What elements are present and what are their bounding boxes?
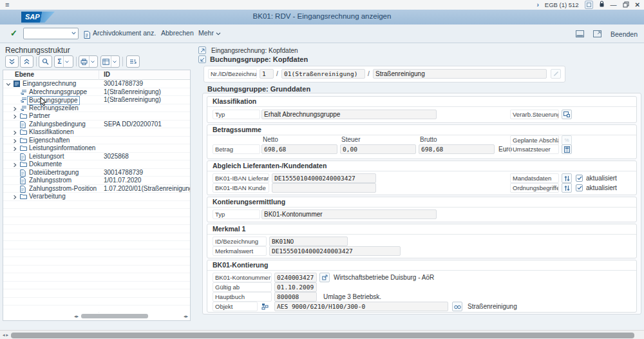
- calculator-icon[interactable]: [562, 144, 572, 154]
- column-header-ebene[interactable]: Ebene: [15, 71, 34, 78]
- netto-field[interactable]: 698,68: [261, 144, 337, 154]
- tree-row-label[interactable]: Partner: [29, 112, 50, 120]
- scrollbar-thumb[interactable]: [81, 314, 148, 318]
- hauptbuch-field[interactable]: 800008: [274, 292, 317, 302]
- confirm-check-icon[interactable]: ✓: [10, 28, 17, 38]
- aktualisiert-checkbox[interactable]: [576, 184, 583, 191]
- nr-id-bezeichnung-box: Nr./ID/Bezeichnung 1 / 01(Straßenreinigu…: [204, 66, 565, 82]
- minimize-button[interactable]: —: [611, 1, 617, 8]
- tree-row-label[interactable]: Eingangsrechnung: [23, 80, 76, 88]
- session-info: EGB (1) 512: [545, 1, 579, 8]
- tree-row-label[interactable]: Dateiübertragung: [29, 169, 79, 177]
- brutto-field[interactable]: 698,68: [419, 144, 495, 154]
- umsatzsteuer-label: Umsatzsteuer: [510, 144, 559, 154]
- expand-all-button[interactable]: [20, 55, 33, 68]
- hamburger-menu-icon[interactable]: ≡: [5, 1, 9, 8]
- beenden-button[interactable]: Beenden: [611, 30, 638, 38]
- session-chevron-icon[interactable]: ›: [536, 1, 538, 8]
- aktualisiert-text: aktualisiert: [586, 173, 617, 183]
- iban-lieferant-field[interactable]: DE15550104000240003427: [272, 173, 376, 183]
- print-menu-button[interactable]: [79, 55, 98, 68]
- breadcrumb[interactable]: Eingangsrechnung: Kopfdaten: [211, 47, 298, 54]
- transfer-icon[interactable]: [562, 183, 572, 193]
- view-switch-icon[interactable]: [126, 55, 140, 68]
- expand-tray-icon[interactable]: [198, 46, 206, 54]
- tree-row[interactable]: Abrechnungsgruppe1(Straßenreinigung): [3, 88, 190, 97]
- steuer-field[interactable]: 0,00: [340, 144, 416, 154]
- tree-row-label[interactable]: Eigenschaften: [29, 137, 70, 144]
- tree-row[interactable]: Zahlungsstrom-Position1.07.2020/01(Straß…: [3, 185, 190, 193]
- id-bezeichnung-field[interactable]: BK01NO: [269, 237, 348, 246]
- tree-horizontal-scrollbar[interactable]: ◂▸ ◂▸: [74, 313, 188, 320]
- close-button[interactable]: ✕: [635, 1, 640, 8]
- section-title: Abgleich Lieferanten-/Kundendaten: [207, 161, 636, 171]
- aktualisiert-checkbox[interactable]: [576, 175, 583, 182]
- iban-kunde-field[interactable]: [272, 183, 376, 193]
- tree-row-label[interactable]: Abrechnungsgruppe: [29, 88, 87, 96]
- tree-row-label[interactable]: Rechnungszeilen: [29, 104, 79, 112]
- discounts-icon: %: [562, 135, 572, 145]
- tree-row[interactable]: Buchungsgruppe1(Straßenreinigung): [3, 96, 190, 104]
- scroll-right-icon[interactable]: ▸: [77, 314, 79, 319]
- edit-icon[interactable]: [551, 69, 561, 79]
- transfer-icon[interactable]: [562, 173, 572, 183]
- restore-button[interactable]: [623, 1, 629, 9]
- scroll-right-icon[interactable]: ▸: [185, 314, 188, 319]
- tree-row[interactable]: Dateiübertragung30014788739: [3, 169, 190, 177]
- tree-row-label[interactable]: Dokumente: [29, 160, 62, 168]
- tree-row[interactable]: Zahlungsstrom1/01.07.2020: [3, 177, 190, 185]
- scroll-right-icon[interactable]: ▸: [6, 333, 9, 338]
- tree-row-label[interactable]: Zahlungsstrom: [29, 177, 71, 184]
- scrollbar-thumb[interactable]: [11, 333, 634, 338]
- tree-row-label[interactable]: Leistungsort: [29, 153, 64, 160]
- export-menu-button[interactable]: [100, 55, 120, 68]
- scroll-left-icon[interactable]: ◂: [3, 333, 5, 338]
- objekt-field[interactable]: AES 9000/6210/H100/300-0: [274, 302, 448, 311]
- tree-row-label[interactable]: Verarbeitung: [29, 193, 66, 200]
- detail-arrow-icon[interactable]: [319, 273, 330, 282]
- tree-row-label[interactable]: Leistungsinformationen: [29, 144, 95, 152]
- section-title: Merkmal 1: [207, 224, 636, 235]
- panel-title: Rechnungsstruktur: [5, 46, 70, 55]
- tree-row-label[interactable]: Zahlungsstrom-Position: [29, 185, 97, 193]
- collapse-tray-icon[interactable]: [198, 55, 206, 63]
- dock-panel-icon[interactable]: [576, 28, 584, 40]
- tree-row-label[interactable]: Klassifikationen: [29, 128, 73, 136]
- tree-row[interactable]: Rechnungszeilen: [3, 104, 190, 113]
- kontonummer-field[interactable]: 0240003427: [274, 273, 317, 282]
- tree-row[interactable]: ZahlungsbedingungSEPA DD/20200701: [3, 121, 190, 129]
- tree-row[interactable]: Leistungsinformationen: [3, 144, 190, 153]
- nr-field[interactable]: 1: [260, 69, 274, 79]
- abbrechen-button[interactable]: Abbrechen: [161, 29, 194, 37]
- column-header-id[interactable]: ID: [104, 71, 110, 78]
- float-panel-icon[interactable]: [593, 28, 601, 40]
- bezeichnung-field[interactable]: Straßenreinigung: [373, 69, 547, 79]
- tree-row[interactable]: Leistungsort3025868: [3, 153, 190, 161]
- chevron-right-icon[interactable]: [12, 194, 18, 202]
- gueltig-ab-field[interactable]: 01.10.2009: [274, 282, 317, 292]
- new-session-button[interactable]: [585, 1, 593, 9]
- id-field[interactable]: 01(Straßenreinigung): [281, 69, 365, 79]
- tree-row[interactable]: Dokumente: [3, 160, 190, 169]
- hierarchy-icon[interactable]: [261, 303, 269, 313]
- sum-menu-button[interactable]: Σ: [54, 55, 73, 68]
- tree-row-label[interactable]: Zahlungsbedingung: [29, 121, 86, 128]
- process-control-icon[interactable]: [562, 110, 572, 119]
- command-combobox[interactable]: [23, 28, 79, 39]
- tree-row[interactable]: Eigenschaften: [3, 137, 190, 145]
- tree-row[interactable]: Partner: [3, 112, 190, 121]
- section-title: Klassifikation: [207, 97, 636, 107]
- tree-row[interactable]: Eingangsrechnung30014788739: [3, 80, 190, 88]
- search-icon[interactable]: [39, 55, 52, 68]
- collapse-all-button[interactable]: [5, 55, 19, 68]
- tree-row[interactable]: Verarbeitung: [3, 193, 190, 201]
- tree-row[interactable]: Klassifikationen: [3, 128, 190, 137]
- archivdokument-button[interactable]: Archivdokument anz.: [93, 29, 156, 37]
- typ-field[interactable]: BK01-Kontonummer: [261, 209, 437, 219]
- binoculars-icon[interactable]: [452, 302, 462, 311]
- horizontal-scrollbar[interactable]: ◂ ▸: [0, 330, 644, 339]
- merkmalswert-field[interactable]: DE15550104000240003427: [269, 246, 401, 256]
- typ-field[interactable]: Erhalt Abrechnungsgruppe: [261, 110, 437, 119]
- tree-row-id: 1.07.2020/01(Straßenreinigung): [104, 185, 190, 193]
- mehr-menu-button[interactable]: Mehr: [198, 29, 221, 37]
